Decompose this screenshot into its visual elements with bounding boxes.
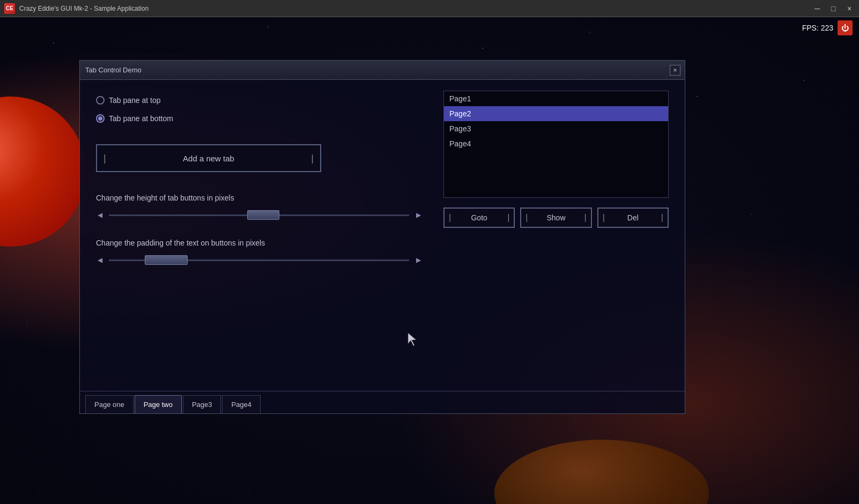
listbox-item-page3[interactable]: Page3 [444, 121, 668, 136]
listbox-item-page4[interactable]: Page4 [444, 136, 668, 151]
window-controls: ─ □ × [810, 2, 857, 15]
fps-icon: ⏻ [838, 20, 853, 35]
tab-bar: Page one Page two Page3 Page4 [80, 391, 685, 413]
left-section: Tab pane at top Tab pane at bottom Add a… [96, 91, 422, 380]
height-slider-thumb[interactable] [247, 210, 279, 220]
fps-text: FPS: 223 [802, 24, 833, 32]
tab-page3[interactable]: Page3 [183, 395, 221, 413]
padding-slider-thumb[interactable] [145, 255, 188, 265]
window-close-button[interactable]: × [670, 65, 680, 76]
padding-slider-section: Change the padding of the text on button… [96, 239, 422, 266]
height-slider-track[interactable] [109, 214, 409, 216]
tab-page-one-label: Page one [94, 401, 124, 409]
radio-circle-top [96, 96, 105, 105]
padding-slider-right-arrow[interactable]: ▶ [414, 256, 422, 264]
padding-slider-left-arrow[interactable]: ◀ [96, 256, 103, 264]
padding-slider-container: ◀ ▶ [96, 254, 422, 266]
radio-label-top: Tab pane at top [109, 96, 161, 105]
maximize-button[interactable]: □ [826, 2, 841, 15]
tab-page-two-label: Page two [144, 401, 173, 409]
padding-slider-track[interactable] [109, 260, 409, 261]
padding-slider-label: Change the padding of the text on button… [96, 239, 422, 247]
action-buttons: Goto Show Del [443, 207, 669, 228]
height-slider-right-arrow[interactable]: ▶ [414, 211, 422, 219]
minimize-button[interactable]: ─ [810, 2, 825, 15]
radio-circle-bottom [96, 114, 105, 123]
os-close-button[interactable]: × [842, 2, 857, 15]
listbox[interactable]: Page1 Page2 Page3 Page4 [443, 91, 669, 198]
add-tab-button[interactable]: Add a new tab [96, 144, 321, 172]
window-content: Tab pane at top Tab pane at bottom Add a… [80, 80, 685, 391]
listbox-item-page2[interactable]: Page2 [444, 106, 668, 121]
radio-tab-top[interactable]: Tab pane at top [96, 96, 422, 105]
tab-page-two[interactable]: Page two [135, 395, 182, 413]
tab-page4-label: Page4 [231, 401, 251, 409]
window-title: Tab Control Demo [85, 66, 142, 74]
os-title-bar: CE Crazy Eddie's GUI Mk-2 - Sample Appli… [0, 0, 859, 17]
listbox-item-page1[interactable]: Page1 [444, 91, 668, 106]
tab-page-one[interactable]: Page one [85, 395, 134, 413]
window-titlebar: Tab Control Demo × [80, 61, 685, 80]
height-slider-container: ◀ ▶ [96, 209, 422, 221]
main-window: Tab Control Demo × Tab pane at top Tab p… [79, 60, 685, 414]
radio-group: Tab pane at top Tab pane at bottom [96, 96, 422, 123]
goto-button[interactable]: Goto [443, 207, 515, 228]
os-window-title: Crazy Eddie's GUI Mk-2 - Sample Applicat… [19, 5, 810, 12]
height-slider-label: Change the height of tab buttons in pixe… [96, 194, 422, 202]
show-button[interactable]: Show [520, 207, 591, 228]
sliders-section: Change the height of tab buttons in pixe… [96, 194, 422, 270]
height-slider-left-arrow[interactable]: ◀ [96, 211, 103, 219]
app-icon: CE [4, 3, 15, 14]
content-layout: Tab pane at top Tab pane at bottom Add a… [96, 91, 669, 380]
tab-page4[interactable]: Page4 [222, 395, 261, 413]
radio-label-bottom: Tab pane at bottom [109, 114, 173, 123]
tab-page3-label: Page3 [192, 401, 212, 409]
radio-tab-bottom[interactable]: Tab pane at bottom [96, 114, 422, 123]
del-button[interactable]: Del [597, 207, 669, 228]
right-section: Page1 Page2 Page3 Page4 Goto Show Del [443, 91, 669, 380]
fps-display: FPS: 223 ⏻ [802, 20, 853, 35]
